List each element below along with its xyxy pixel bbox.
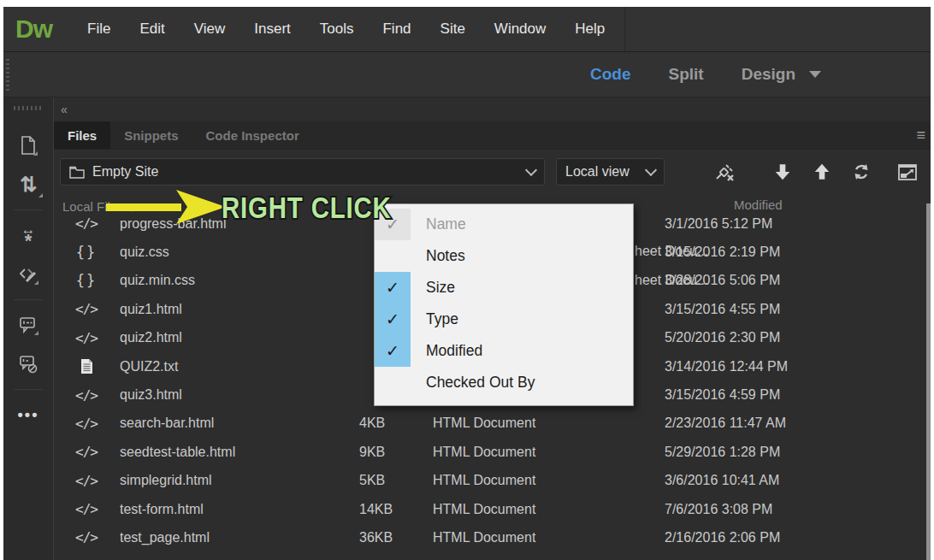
column-modified[interactable]: Modified <box>734 197 783 212</box>
code-file-icon: </> <box>76 330 97 346</box>
file-type: HTML Document <box>433 473 647 488</box>
menu-insert[interactable]: Insert <box>239 21 305 38</box>
sidebar-grip[interactable] <box>14 106 43 110</box>
extend-manage-icon[interactable]: ↔ * <box>3 215 53 255</box>
code-format-icon[interactable] <box>3 255 53 294</box>
file-name: simplegrid.html <box>120 473 344 488</box>
code-file-icon: </> <box>76 473 97 489</box>
split-view-button[interactable]: Split <box>669 65 704 84</box>
file-row[interactable]: </> simplegrid.html 5KB HTML Document 3/… <box>54 467 931 495</box>
menu-item-type[interactable]: ✓ Type <box>375 304 633 335</box>
file-modified: 3/14/2016 12:44 PM <box>665 359 896 374</box>
file-row[interactable]: </> test_page.html 36KB HTML Document 2/… <box>54 523 931 551</box>
file-type: HTML Document <box>433 530 647 545</box>
file-name: seedtest-table.html <box>120 445 344 460</box>
annotation-arrow-shaft <box>106 203 181 211</box>
file-name: test_page.html <box>120 530 344 545</box>
menu-help[interactable]: Help <box>560 21 619 38</box>
file-type: HTML Document <box>433 416 647 431</box>
file-name: quiz1.html <box>120 302 344 317</box>
dreamweaver-window: Dw File Edit View Insert Tools Find Site… <box>3 7 931 560</box>
file-modified: 2/23/2016 11:47 AM <box>665 416 896 431</box>
tab-code-inspector[interactable]: Code Inspector <box>192 121 313 149</box>
file-row[interactable]: </> <box>54 552 931 560</box>
refresh-icon[interactable] <box>851 162 872 182</box>
code-view-button[interactable]: Code <box>590 65 631 84</box>
annotation-arrow-head <box>176 190 226 224</box>
tab-snippets[interactable]: Snippets <box>110 121 192 149</box>
sidebar-divider <box>14 389 43 390</box>
menu-item-notes[interactable]: Notes <box>375 240 633 272</box>
file-transfer-icon[interactable]: ⇅ <box>3 165 53 204</box>
file-row[interactable]: </> seedtest-table.html 9KB HTML Documen… <box>54 438 931 466</box>
file-modified: 5/29/2016 1:28 PM <box>665 445 896 460</box>
sidebar-divider <box>14 299 43 300</box>
file-name: quiz.css <box>120 245 344 260</box>
vertical-scrollbar[interactable] <box>926 203 931 560</box>
put-files-icon[interactable] <box>812 162 832 182</box>
checkbox-empty <box>375 367 411 398</box>
file-modified: 2/16/2016 2:06 PM <box>665 530 896 545</box>
menu-view[interactable]: View <box>180 21 240 38</box>
code-file-icon: </> <box>76 387 97 404</box>
css-file-icon: {} <box>76 244 97 261</box>
menu-file[interactable]: File <box>73 21 125 38</box>
toolbar-grip[interactable] <box>6 59 9 91</box>
file-row[interactable]: </> test-form.html 14KB HTML Document 7/… <box>54 495 931 523</box>
file-size: 9KB <box>359 445 433 460</box>
menu-item-name: ✓ Name <box>375 209 633 240</box>
menu-bar: Dw File Edit View Insert Tools Find Site… <box>3 7 931 52</box>
menu-window[interactable]: Window <box>480 21 560 38</box>
file-type-truncated: heet Docu... <box>635 273 708 288</box>
panel-menu-icon[interactable]: ≡ <box>916 121 925 149</box>
get-files-icon[interactable] <box>772 162 793 182</box>
file-size: 5KB <box>359 473 433 488</box>
checkmark-icon: ✓ <box>375 335 411 367</box>
menu-item-size[interactable]: ✓ Size <box>375 272 633 304</box>
file-modified: 3/1/2016 5:12 PM <box>665 216 896 232</box>
code-file-icon: </> <box>76 416 97 432</box>
collapse-panel-icon[interactable]: « <box>61 103 68 116</box>
right-click-annotation: RIGHT CLICK <box>99 183 399 227</box>
file-modified: 3/15/2016 4:55 PM <box>665 302 896 317</box>
chevron-down-icon <box>645 164 657 176</box>
design-view-button[interactable]: Design <box>742 65 821 84</box>
checkmark-icon: ✓ <box>375 304 411 335</box>
file-size: 36KB <box>359 530 433 545</box>
checkmark-icon: ✓ <box>375 272 411 304</box>
menu-site[interactable]: Site <box>426 21 480 38</box>
remove-comment-icon[interactable] <box>3 345 53 384</box>
connect-server-icon[interactable] <box>714 162 735 182</box>
site-select-value: Empty Site <box>92 164 158 180</box>
tab-files[interactable]: Files <box>54 121 110 149</box>
folder-icon <box>69 166 85 179</box>
view-select[interactable]: Local view <box>556 158 665 186</box>
file-type-truncated: heet Docu... <box>635 244 708 259</box>
new-document-icon[interactable] <box>3 126 53 165</box>
annotation-label: RIGHT CLICK <box>222 192 392 225</box>
expand-panel-icon[interactable] <box>897 162 918 182</box>
menu-find[interactable]: Find <box>368 21 425 38</box>
more-tools-icon[interactable]: ••• <box>3 395 53 434</box>
design-dropdown-icon[interactable] <box>809 71 821 78</box>
dreamweaver-logo[interactable]: Dw <box>3 15 73 44</box>
code-file-icon: </> <box>76 501 97 517</box>
file-size: 14KB <box>359 502 433 517</box>
apply-comment-icon[interactable] <box>3 305 53 345</box>
sidebar-divider <box>14 209 43 210</box>
file-name: QUIZ2.txt <box>120 359 344 374</box>
css-file-icon: {} <box>76 272 97 289</box>
menu-edit[interactable]: Edit <box>125 21 179 38</box>
site-select[interactable]: Empty Site <box>60 158 545 186</box>
menu-item-checked-out-by[interactable]: Checked Out By <box>375 367 633 398</box>
file-name: quiz2.html <box>120 330 344 345</box>
file-modified: 3/6/2016 10:41 AM <box>665 473 896 488</box>
file-row[interactable]: </> search-bar.html 4KB HTML Document 2/… <box>54 410 931 438</box>
code-file-icon: </> <box>76 529 97 545</box>
code-file-icon: </> <box>76 301 97 317</box>
file-name: test-form.html <box>120 502 344 517</box>
menu-item-modified[interactable]: ✓ Modified <box>375 335 633 367</box>
panel-tab-bar: Files Snippets Code Inspector ≡ <box>54 121 931 150</box>
file-type: HTML Document <box>433 502 647 517</box>
menu-tools[interactable]: Tools <box>305 21 369 38</box>
